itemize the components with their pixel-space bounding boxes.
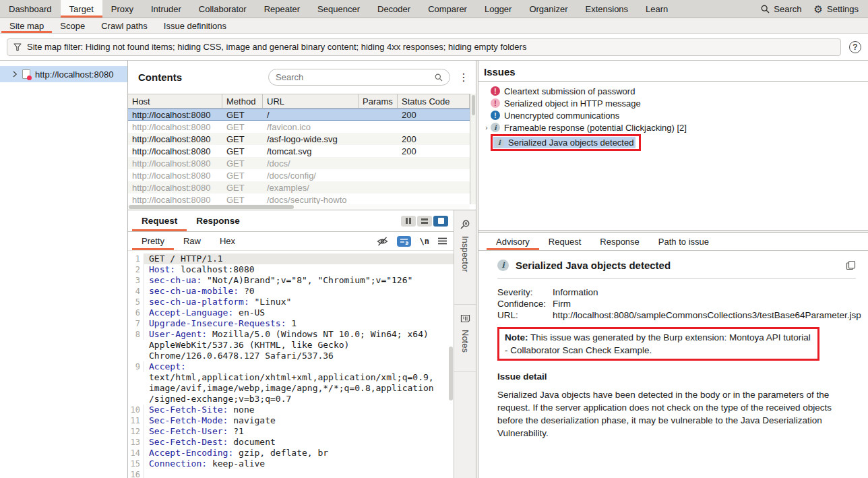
- wrap-lines-icon: [400, 238, 408, 245]
- issue-item-serialized-java-objects-detected[interactable]: iSerialized Java objects detected: [478, 133, 868, 151]
- center-panel: Contents ⋮ HostMethodURLParamsStatus Cod…: [128, 61, 476, 478]
- main-tab-dashboard[interactable]: Dashboard: [0, 0, 61, 18]
- main-tab-bar: DashboardTargetProxyIntruderCollaborator…: [0, 0, 868, 18]
- layout-rows-button[interactable]: [417, 216, 432, 227]
- sub-tab-issue-definitions[interactable]: Issue definitions: [156, 18, 235, 33]
- table-row[interactable]: http://localhost:8080GET/tomcat.svg200: [128, 145, 470, 157]
- main-tab-decoder[interactable]: Decoder: [369, 0, 419, 18]
- sitemap-filter-bar[interactable]: Site map filter: Hiding not found items;…: [7, 38, 841, 56]
- info-icon: i: [497, 260, 509, 271]
- table-vertical-scrollbar[interactable]: [470, 94, 476, 204]
- table-cell: GET: [222, 122, 263, 132]
- tab-notes[interactable]: Notes: [454, 305, 476, 372]
- global-search-button[interactable]: Search: [761, 4, 801, 14]
- main-tab-sequencer[interactable]: Sequencer: [309, 0, 369, 18]
- message-tab-response[interactable]: Response: [187, 210, 249, 231]
- issue-item-cleartext-submission-of-password[interactable]: !Cleartext submission of password: [478, 85, 868, 97]
- main-tab-learn[interactable]: Learn: [637, 0, 677, 18]
- contents-menu-button[interactable]: ⋮: [458, 71, 468, 84]
- main-tab-repeater[interactable]: Repeater: [255, 0, 309, 18]
- table-row[interactable]: http://localhost:8080GET/200: [128, 109, 470, 121]
- copy-button[interactable]: [846, 260, 856, 270]
- advisory-content: i Serialized Java objects detected Sever…: [478, 251, 868, 440]
- line-text: Accept-Encoding: gzip, deflate, br: [144, 448, 454, 458]
- table-header: HostMethodURLParamsStatus Code: [128, 94, 470, 109]
- notes-icon: [460, 313, 470, 324]
- table-row[interactable]: http://localhost:8080GET/docs/config/: [128, 169, 470, 181]
- view-tab-raw[interactable]: Raw: [174, 232, 210, 250]
- expander-icon[interactable]: ›: [483, 124, 491, 131]
- table-cell: /tomcat.svg: [263, 146, 359, 156]
- line-number: 14: [128, 448, 144, 458]
- main-tab-collaborator[interactable]: Collaborator: [190, 0, 255, 18]
- issues-title: Issues: [478, 61, 868, 81]
- view-tab-hex[interactable]: Hex: [210, 232, 245, 250]
- scrollbar-thumb[interactable]: [472, 95, 475, 115]
- tree-node-localhost[interactable]: http://localhost:8080: [0, 66, 127, 82]
- line-number: 11: [128, 415, 144, 426]
- hide-eye-icon[interactable]: [377, 237, 388, 246]
- main-tab-proxy[interactable]: Proxy: [102, 0, 142, 18]
- column-header-url[interactable]: URL: [263, 94, 359, 108]
- request-editor[interactable]: 1GET / HTTP/1.12Host: localhost:80803sec…: [128, 251, 454, 478]
- table-row[interactable]: http://localhost:8080GET/favicon.ico: [128, 121, 470, 133]
- help-button[interactable]: ?: [849, 41, 861, 53]
- layout-columns-button[interactable]: [401, 216, 416, 227]
- header-value: "Linux": [249, 297, 292, 307]
- table-row[interactable]: http://localhost:8080GET/docs/security-h…: [128, 193, 470, 204]
- issue-item-frameable-response-potential-clickjacking-2[interactable]: ›iFrameable response (potential Clickjac…: [478, 121, 868, 133]
- main-tab-organizer[interactable]: Organizer: [520, 0, 576, 18]
- field-label-url: URL:: [497, 309, 553, 321]
- main-tab-comparer[interactable]: Comparer: [419, 0, 476, 18]
- column-header-status-code[interactable]: Status Code: [398, 94, 470, 108]
- contents-search-box[interactable]: [268, 69, 450, 86]
- editor-scrollbar-thumb[interactable]: [449, 347, 453, 400]
- table-row[interactable]: http://localhost:8080GET/asf-logo-wide.s…: [128, 133, 470, 145]
- main-tab-intruder[interactable]: Intruder: [142, 0, 190, 18]
- advisory-tabs: AdvisoryRequestResponsePath to issue: [478, 233, 868, 251]
- sub-tab-crawl-paths[interactable]: Crawl paths: [93, 18, 156, 33]
- right-panel: Issues !Cleartext submission of password…: [478, 61, 868, 478]
- message-panel: RequestResponse PrettyRawHex \n: [128, 210, 476, 478]
- scrollbar-thumb[interactable]: [129, 205, 294, 209]
- issue-label: Unencrypted communications: [504, 111, 619, 121]
- sub-tab-site-map[interactable]: Site map: [1, 18, 52, 33]
- line-text: Host: localhost:8080: [144, 264, 454, 275]
- advisory-tab-advisory[interactable]: Advisory: [487, 233, 539, 250]
- newline-toggle[interactable]: \n: [420, 237, 429, 246]
- message-tab-request[interactable]: Request: [132, 210, 187, 231]
- line-text: Sec-Fetch-Site: none: [144, 405, 454, 415]
- soft-wrap-toggle[interactable]: [397, 236, 411, 247]
- menu-icon[interactable]: [438, 237, 447, 245]
- layout-single-button[interactable]: [433, 216, 448, 227]
- settings-button[interactable]: ⚙ Settings: [814, 4, 859, 14]
- line-number: 9: [128, 361, 144, 372]
- header-value: navigate: [228, 415, 275, 425]
- contents-search-input[interactable]: [276, 72, 431, 82]
- view-tab-pretty[interactable]: Pretty: [132, 232, 174, 250]
- column-header-host[interactable]: Host: [128, 94, 222, 108]
- main-tab-logger[interactable]: Logger: [476, 0, 520, 18]
- field-label-confidence: Confidence:: [497, 298, 553, 309]
- sub-tab-scope[interactable]: Scope: [52, 18, 93, 33]
- advisory-tab-path-to-issue[interactable]: Path to issue: [649, 233, 718, 250]
- advisory-tab-request[interactable]: Request: [539, 233, 590, 250]
- main-tab-target[interactable]: Target: [61, 0, 102, 18]
- header-value: document: [228, 437, 275, 447]
- header-value: keep-alive: [207, 458, 265, 469]
- advisory-tab-response[interactable]: Response: [590, 233, 649, 250]
- issue-label: Frameable response (potential Clickjacki…: [504, 123, 687, 133]
- table-cell: 200: [398, 134, 470, 144]
- header-value: "Not/A)Brand";v="8", "Chromium";v="126": [202, 275, 412, 285]
- issue-item-serialized-object-in-http-message[interactable]: !Serialized object in HTTP message: [478, 97, 868, 109]
- column-header-params[interactable]: Params: [359, 94, 398, 108]
- column-header-method[interactable]: Method: [222, 94, 263, 108]
- tab-inspector[interactable]: Inspector: [454, 210, 476, 305]
- main-tab-extensions[interactable]: Extensions: [577, 0, 638, 18]
- table-row[interactable]: http://localhost:8080GET/docs/: [128, 157, 470, 169]
- search-icon: [761, 5, 770, 13]
- issue-item-unencrypted-communications[interactable]: !Unencrypted communications: [478, 109, 868, 121]
- table-row[interactable]: http://localhost:8080GET/examples/: [128, 181, 470, 193]
- table-horizontal-scrollbar[interactable]: [128, 204, 470, 210]
- header-name: Sec-Fetch-Site:: [149, 405, 228, 415]
